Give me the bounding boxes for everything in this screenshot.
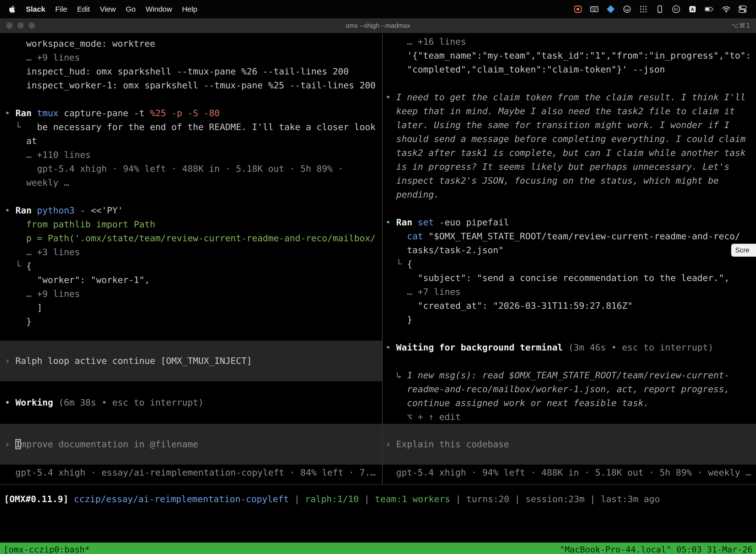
text-segment: └ (385, 259, 407, 269)
text-segment: | (289, 494, 305, 504)
display-mirroring-icon[interactable] (655, 5, 664, 14)
terminal-line: later. Using the same for transition mig… (383, 118, 756, 132)
text-segment: gpt-5.4 xhigh · essay/ai-reimplementatio… (5, 467, 376, 478)
terminal-line (383, 354, 756, 368)
terminal-line: ↳ 1 new msg(s): read $OMX_TEAM_STATE_ROO… (383, 368, 756, 382)
text-segment: %25 -p -S -80 (150, 108, 220, 118)
text-segment: ⌥ + ↑ edit (385, 412, 460, 422)
terminal-line (0, 189, 382, 204)
terminal-line (0, 92, 382, 106)
text-segment: • (5, 108, 15, 118)
screen-capture-tooltip: Scre (731, 244, 756, 257)
terminal-line: from pathlib import Path (0, 217, 382, 231)
svg-text:61: 61 (674, 7, 678, 11)
raycast-icon[interactable] (606, 5, 615, 14)
terminal-line: keep that in mind. Maybe I also need the… (383, 104, 756, 118)
left-session-status: gpt-5.4 xhigh · essay/ai-reimplementatio… (0, 466, 382, 480)
control-center-icon[interactable] (738, 5, 747, 14)
menu-items: FileEditViewGoWindowHelp (50, 5, 202, 13)
text-segment: … +16 lines (385, 37, 466, 47)
text-segment: capture-pane (64, 108, 134, 118)
text-segment: turns:20 (466, 494, 509, 504)
text-segment: • (5, 397, 15, 407)
input-source-icon[interactable]: A (688, 5, 697, 14)
terminal-line: … +110 lines (0, 148, 382, 162)
terminal-line: … +7 lines (383, 285, 756, 299)
text-segment: -t (134, 108, 150, 118)
text-segment: "worker": "worker-1", (5, 275, 150, 285)
text-segment: | (509, 494, 525, 504)
left-scrollback: workspace_mode: worktree … +9 lines insp… (0, 37, 382, 329)
omx-hud-bar: [OMX#0.11.9] cczip/essay/ai-reimplementa… (0, 485, 756, 543)
text-segment: Waiting for background terminal (396, 342, 568, 352)
terminal-line: continue assigned work or next feasible … (383, 396, 756, 410)
menu-edit[interactable]: Edit (72, 5, 95, 13)
terminal-line (383, 202, 756, 215)
text-segment: • (5, 205, 15, 215)
text-segment: … +3 lines (5, 247, 80, 257)
text-segment: weekly … (5, 177, 69, 188)
terminal-line: └ { (383, 257, 756, 271)
terminal-line: • Ran set -euo pipefail (383, 215, 756, 229)
text-segment: | (359, 494, 375, 504)
text-segment: tasks/task-2.json" (385, 245, 504, 255)
text-segment: Working (15, 397, 58, 407)
prompt-suggestion-right[interactable]: › Explain this codebase (383, 424, 756, 465)
window-title: omx --xhigh --madmax (0, 22, 756, 30)
text-segment: inspect_hud: omx sparkshell --tmux-pane … (5, 66, 349, 76)
apps-grid-icon[interactable] (639, 5, 648, 14)
menu-bar: Slack FileEditViewGoWindowHelp 61 A (0, 0, 756, 18)
terminal-line: should send a message before completing … (383, 132, 756, 146)
prompt-input-left[interactable]: › Improve documentation in @filename (0, 424, 382, 465)
text-segment: inspect_worker-1: omx sparkshell --tmux-… (5, 80, 376, 90)
tmux-status-bar: [omx-cczip0:bash* "MacBook-Pro-44.local"… (0, 543, 756, 554)
text-segment: • (385, 217, 396, 227)
terminal-line: ⌥ + ↑ edit (383, 410, 756, 424)
text-segment: Ralph loop active continue [OMX_TMUX_INJ… (15, 356, 252, 366)
terminal-line: … +3 lines (0, 245, 382, 259)
text-segment: cat (407, 231, 429, 241)
text-segment: { (407, 259, 413, 269)
text-segment: Explain this codebase (396, 439, 509, 449)
keyboard-viewer-icon[interactable] (590, 5, 599, 14)
battery-icon[interactable] (704, 5, 714, 14)
terminal-line: gpt-5.4 xhigh · 94% left · 488K in · 5.1… (383, 466, 756, 480)
text-segment: python3 (37, 205, 80, 215)
terminal-line: └ { (0, 259, 382, 273)
text-segment: session:23m (525, 494, 584, 504)
assistant-icon[interactable] (623, 5, 631, 14)
apple-menu-icon[interactable] (6, 5, 21, 13)
tmux-pane-left[interactable]: workspace_mode: worktree … +9 lines insp… (0, 33, 382, 484)
text-segment: "subject": "send a concise recommendatio… (385, 273, 730, 283)
text-segment: › (5, 356, 15, 366)
text-segment (385, 231, 407, 241)
active-app-name[interactable]: Slack (21, 5, 50, 13)
text-segment: › (385, 439, 396, 449)
menu-window[interactable]: Window (141, 5, 177, 13)
text-segment: continue assigned work or next feasible … (385, 398, 649, 408)
tmux-host-and-clock: "MacBook-Pro-44.local" 05:03 31-Mar-26 (560, 543, 753, 554)
terminal-line (383, 327, 756, 340)
text-segment: inspect task2's JSON, focusing on the st… (385, 175, 719, 186)
battery-badge-icon[interactable]: 61 (672, 5, 681, 14)
text-segment: I need to get the claim token from the c… (396, 92, 746, 102)
text-segment: Ran (15, 108, 37, 118)
terminal-line: • Waiting for background terminal (3m 46… (383, 340, 756, 354)
terminal-line: is in progress? It seems likely but perh… (383, 160, 756, 174)
menu-help[interactable]: Help (177, 5, 202, 13)
terminal-line: inspect_hud: omx sparkshell --tmux-pane … (0, 64, 382, 78)
text-segment: keep that in mind. Maybe I also need the… (385, 106, 735, 116)
menu-file[interactable]: File (50, 5, 72, 13)
screen-recording-icon[interactable] (573, 5, 582, 14)
terminal-line: • Ran tmux capture-pane -t %25 -p -S -80 (0, 106, 382, 120)
terminal-line: weekly … (0, 176, 382, 189)
text-segment: gpt-5.4 xhigh · 94% left · 488K in · 5.1… (385, 467, 751, 478)
text-segment: └ (5, 261, 26, 271)
menu-view[interactable]: View (95, 5, 121, 13)
text-segment: "$OMX_TEAM_STATE_ROOT/team/review-curren… (428, 231, 740, 241)
menu-go[interactable]: Go (121, 5, 141, 13)
tmux-session-name: [omx-cczip0:bash* (3, 543, 90, 554)
tmux-pane-right[interactable]: … +16 lines '{"team_name":"my-team","tas… (383, 33, 756, 484)
text-segment: "created_at": "2026-03-31T11:59:27.816Z" (385, 300, 633, 311)
wifi-icon[interactable] (722, 5, 731, 14)
